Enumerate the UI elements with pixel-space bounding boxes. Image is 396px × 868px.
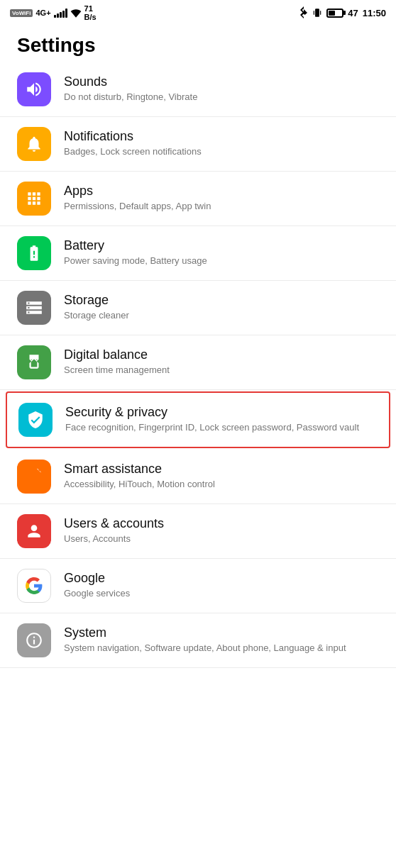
settings-item-security-privacy[interactable]: Security & privacy Face recognition, Fin… — [6, 391, 390, 448]
battery-icon-wrap — [17, 236, 51, 270]
users-icon-wrap — [17, 514, 51, 548]
battery-text: Battery Power saving mode, Battery usage — [64, 238, 379, 267]
hand-icon — [25, 467, 43, 486]
notifications-text: Notifications Badges, Lock screen notifi… — [64, 129, 379, 158]
settings-item-apps[interactable]: Apps Permissions, Default apps, App twin — [0, 172, 396, 226]
battery-percent: 47 — [348, 8, 358, 18]
google-text: Google Google services — [64, 571, 379, 600]
notifications-title: Notifications — [64, 129, 379, 144]
sounds-text: Sounds Do not disturb, Ringtone, Vibrate — [64, 74, 379, 104]
apps-icon-wrap — [17, 182, 51, 216]
smart-assistance-subtitle: Accessibility, HiTouch, Motion control — [64, 478, 379, 491]
digital-balance-title: Digital balance — [64, 347, 379, 362]
system-subtitle: System navigation, Software update, Abou… — [64, 642, 379, 655]
info-icon — [25, 631, 43, 650]
smart-assistance-title: Smart assistance — [64, 462, 379, 477]
notifications-icon-wrap — [17, 127, 51, 161]
security-text: Security & privacy Face recognition, Fin… — [65, 405, 378, 434]
sounds-title: Sounds — [64, 74, 379, 89]
digital-balance-icon-wrap — [17, 345, 51, 379]
signal-icon — [54, 8, 67, 18]
settings-item-digital-balance[interactable]: Digital balance Screen time management — [0, 335, 396, 390]
system-text: System System navigation, Software updat… — [64, 625, 379, 655]
battery-charging-icon — [25, 244, 43, 262]
battery-icon — [326, 9, 343, 18]
digital-balance-text: Digital balance Screen time management — [64, 347, 379, 377]
storage-icon — [25, 299, 43, 317]
settings-item-google[interactable]: Google Google services — [0, 559, 396, 613]
settings-item-smart-assistance[interactable]: Smart assistance Accessibility, HiTouch,… — [0, 450, 396, 504]
settings-item-notifications[interactable]: Notifications Badges, Lock screen notifi… — [0, 117, 396, 172]
apps-subtitle: Permissions, Default apps, App twin — [64, 200, 379, 213]
vowifi-badge: VoWiFi — [10, 9, 33, 17]
storage-text: Storage Storage cleaner — [64, 293, 379, 322]
wifi-icon — [70, 8, 82, 18]
svg-rect-1 — [314, 11, 314, 15]
digital-balance-subtitle: Screen time management — [64, 364, 379, 377]
network-speed: 71B/s — [84, 4, 97, 21]
storage-icon-wrap — [17, 291, 51, 325]
settings-item-storage[interactable]: Storage Storage cleaner — [0, 281, 396, 335]
shield-icon — [26, 411, 45, 429]
smart-assistance-text: Smart assistance Accessibility, HiTouch,… — [64, 462, 379, 491]
storage-subtitle: Storage cleaner — [64, 309, 379, 322]
speaker-icon — [25, 80, 43, 99]
google-icon-wrap — [17, 569, 51, 603]
bell-icon — [25, 135, 43, 153]
google-title: Google — [64, 571, 379, 586]
system-icon-wrap — [17, 623, 51, 657]
security-title: Security & privacy — [65, 405, 378, 420]
smart-assistance-icon-wrap — [17, 460, 51, 494]
settings-list: Sounds Do not disturb, Ringtone, Vibrate… — [0, 62, 396, 668]
page-title: Settings — [0, 26, 396, 62]
settings-item-system[interactable]: System System navigation, Software updat… — [0, 613, 396, 668]
security-icon-wrap — [18, 403, 53, 437]
status-bar: VoWiFi 4G+ 71B/s 47 11:50 — [0, 0, 396, 26]
status-right: 47 11:50 — [299, 6, 386, 19]
sounds-subtitle: Do not disturb, Ringtone, Vibrate — [64, 91, 379, 104]
users-accounts-title: Users & accounts — [64, 516, 379, 531]
vibrate-icon — [312, 8, 322, 18]
apps-icon — [25, 189, 43, 208]
status-left: VoWiFi 4G+ 71B/s — [10, 4, 97, 21]
storage-title: Storage — [64, 293, 379, 308]
svg-rect-0 — [315, 9, 319, 17]
battery-title: Battery — [64, 238, 379, 253]
apps-title: Apps — [64, 184, 379, 199]
svg-rect-2 — [320, 11, 321, 15]
sounds-icon-wrap — [17, 72, 51, 106]
bluetooth-icon — [299, 6, 308, 19]
users-accounts-subtitle: Users, Accounts — [64, 533, 379, 545]
hourglass-icon — [25, 353, 43, 372]
google-subtitle: Google services — [64, 587, 379, 600]
settings-item-sounds[interactable]: Sounds Do not disturb, Ringtone, Vibrate — [0, 62, 396, 117]
settings-item-users-accounts[interactable]: Users & accounts Users, Accounts — [0, 504, 396, 559]
system-title: System — [64, 625, 379, 640]
notifications-subtitle: Badges, Lock screen notifications — [64, 145, 379, 158]
time: 11:50 — [363, 8, 386, 18]
apps-text: Apps Permissions, Default apps, App twin — [64, 184, 379, 213]
network-type: 4G+ — [35, 9, 50, 17]
person-icon — [25, 522, 43, 540]
battery-subtitle: Power saving mode, Battery usage — [64, 255, 379, 267]
users-accounts-text: Users & accounts Users, Accounts — [64, 516, 379, 545]
security-subtitle: Face recognition, Fingerprint ID, Lock s… — [65, 421, 378, 434]
settings-item-battery[interactable]: Battery Power saving mode, Battery usage — [0, 226, 396, 281]
google-icon — [25, 577, 43, 595]
